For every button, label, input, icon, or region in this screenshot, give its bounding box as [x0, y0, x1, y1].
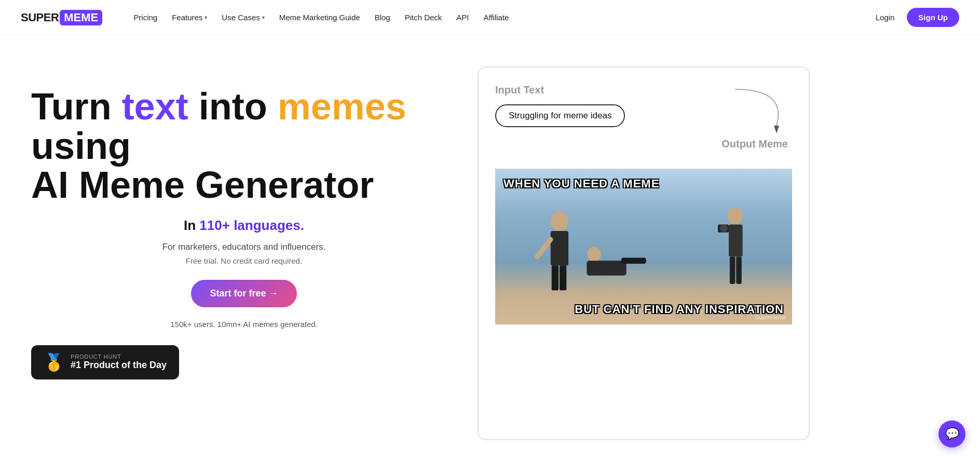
demo-header: Input Text Struggling for meme ideas Out… — [495, 84, 792, 158]
cta-button[interactable]: Start for free → — [191, 280, 296, 307]
chevron-down-icon: ▾ — [262, 15, 265, 20]
demo-meme: WHEN YOU NEED A MEME — [495, 169, 792, 324]
svg-rect-13 — [730, 257, 735, 284]
svg-marker-0 — [774, 126, 779, 133]
svg-rect-8 — [621, 257, 646, 263]
svg-rect-5 — [560, 266, 566, 291]
svg-point-6 — [587, 247, 601, 262]
hero-free-trial: Free trial. No credit card required. — [31, 256, 457, 265]
demo-input-label: Input Text — [495, 84, 625, 96]
signup-button[interactable]: Sign Up — [907, 8, 959, 27]
meme-top-text: WHEN YOU NEED A MEME — [503, 177, 659, 191]
meme-bottom-text: BUT CAN'T FIND ANY INSPIRATION — [575, 303, 784, 316]
nav-item-blog[interactable]: Blog — [369, 9, 397, 26]
logo[interactable]: SUPER MEME — [21, 10, 102, 25]
demo-card: Input Text Struggling for meme ideas Out… — [478, 66, 810, 440]
chat-button[interactable]: 💬 — [938, 420, 965, 447]
hero-left: Turn text into memes using AI Meme Gener… — [31, 66, 457, 379]
meme-figures — [495, 200, 792, 304]
nav-item-features[interactable]: Features ▾ — [166, 9, 213, 26]
hero-subheadline: In 110+ languages. — [31, 218, 457, 234]
navbar: SUPER MEME Pricing Features ▾ Use Cases … — [0, 0, 980, 35]
svg-point-9 — [728, 208, 743, 224]
svg-point-12 — [720, 225, 728, 233]
chat-icon: 💬 — [945, 427, 959, 441]
main-content: Turn text into memes using AI Meme Gener… — [0, 35, 980, 462]
login-link[interactable]: Login — [869, 9, 901, 26]
svg-rect-2 — [551, 231, 568, 266]
nav-item-meme-marketing-guide[interactable]: Meme Marketing Guide — [273, 9, 366, 26]
demo-output-label: Output Meme — [722, 138, 792, 150]
demo-input-box: Struggling for meme ideas — [495, 104, 625, 127]
cta-container: Start for free → — [31, 280, 457, 307]
nav-item-use-cases[interactable]: Use Cases ▾ — [215, 9, 270, 26]
hero-stats: 150k+ users. 10mn+ AI memes generated. — [31, 320, 457, 329]
arrow-icon — [730, 84, 792, 136]
nav-links: Pricing Features ▾ Use Cases ▾ Meme Mark… — [127, 9, 869, 26]
nav-item-api[interactable]: API — [450, 9, 475, 26]
svg-rect-7 — [587, 261, 626, 276]
medal-icon: 🥇 — [44, 352, 64, 372]
hero-description: For marketers, educators and influencers… — [31, 242, 457, 252]
svg-rect-10 — [729, 225, 743, 257]
chevron-down-icon: ▾ — [205, 15, 207, 20]
nav-item-pitch-deck[interactable]: Pitch Deck — [399, 9, 448, 26]
demo-output-col: Output Meme — [722, 84, 792, 158]
svg-line-3 — [537, 239, 551, 256]
nav-item-affiliate[interactable]: Affiliate — [478, 9, 515, 26]
logo-super: SUPER — [21, 11, 59, 24]
ph-text: PRODUCT HUNT #1 Product of the Day — [71, 354, 167, 371]
hero-headline: Turn text into memes using AI Meme Gener… — [31, 87, 457, 205]
logo-meme: MEME — [60, 10, 102, 25]
svg-rect-4 — [552, 266, 559, 291]
svg-point-1 — [551, 211, 568, 231]
svg-rect-14 — [736, 257, 741, 284]
nav-item-pricing[interactable]: Pricing — [127, 9, 164, 26]
product-hunt-badge[interactable]: 🥇 PRODUCT HUNT #1 Product of the Day — [31, 345, 179, 379]
demo-input-col: Input Text Struggling for meme ideas — [495, 84, 625, 148]
nav-right: Login Sign Up — [869, 8, 959, 27]
